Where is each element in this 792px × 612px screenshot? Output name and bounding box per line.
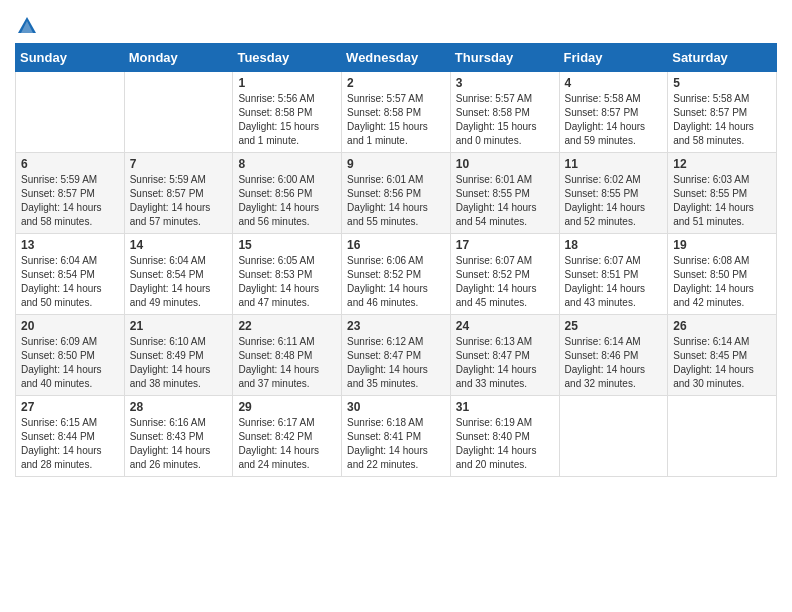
day-info: Sunrise: 5:59 AMSunset: 8:57 PMDaylight:… [21,173,119,229]
calendar-day-cell: 25Sunrise: 6:14 AMSunset: 8:46 PMDayligh… [559,315,668,396]
day-number: 5 [673,76,771,90]
day-number: 3 [456,76,554,90]
day-number: 30 [347,400,445,414]
calendar-day-cell: 5Sunrise: 5:58 AMSunset: 8:57 PMDaylight… [668,72,777,153]
day-info: Sunrise: 6:17 AMSunset: 8:42 PMDaylight:… [238,416,336,472]
day-number: 10 [456,157,554,171]
day-number: 21 [130,319,228,333]
calendar-day-cell: 2Sunrise: 5:57 AMSunset: 8:58 PMDaylight… [342,72,451,153]
calendar-week-row: 13Sunrise: 6:04 AMSunset: 8:54 PMDayligh… [16,234,777,315]
calendar-day-cell: 30Sunrise: 6:18 AMSunset: 8:41 PMDayligh… [342,396,451,477]
day-info: Sunrise: 6:16 AMSunset: 8:43 PMDaylight:… [130,416,228,472]
day-number: 31 [456,400,554,414]
day-info: Sunrise: 6:03 AMSunset: 8:55 PMDaylight:… [673,173,771,229]
day-info: Sunrise: 6:11 AMSunset: 8:48 PMDaylight:… [238,335,336,391]
calendar-week-row: 6Sunrise: 5:59 AMSunset: 8:57 PMDaylight… [16,153,777,234]
calendar-day-cell: 3Sunrise: 5:57 AMSunset: 8:58 PMDaylight… [450,72,559,153]
calendar-day-cell: 6Sunrise: 5:59 AMSunset: 8:57 PMDaylight… [16,153,125,234]
day-info: Sunrise: 5:57 AMSunset: 8:58 PMDaylight:… [347,92,445,148]
calendar-day-cell: 17Sunrise: 6:07 AMSunset: 8:52 PMDayligh… [450,234,559,315]
calendar-day-cell: 26Sunrise: 6:14 AMSunset: 8:45 PMDayligh… [668,315,777,396]
calendar-day-cell [124,72,233,153]
day-info: Sunrise: 5:56 AMSunset: 8:58 PMDaylight:… [238,92,336,148]
calendar-day-cell: 11Sunrise: 6:02 AMSunset: 8:55 PMDayligh… [559,153,668,234]
page-header [15,15,777,33]
calendar-table: SundayMondayTuesdayWednesdayThursdayFrid… [15,43,777,477]
day-info: Sunrise: 6:07 AMSunset: 8:51 PMDaylight:… [565,254,663,310]
day-number: 22 [238,319,336,333]
day-number: 19 [673,238,771,252]
calendar-day-cell: 7Sunrise: 5:59 AMSunset: 8:57 PMDaylight… [124,153,233,234]
calendar-week-row: 1Sunrise: 5:56 AMSunset: 8:58 PMDaylight… [16,72,777,153]
day-number: 2 [347,76,445,90]
day-info: Sunrise: 6:09 AMSunset: 8:50 PMDaylight:… [21,335,119,391]
calendar-day-cell: 14Sunrise: 6:04 AMSunset: 8:54 PMDayligh… [124,234,233,315]
calendar-day-cell: 9Sunrise: 6:01 AMSunset: 8:56 PMDaylight… [342,153,451,234]
day-number: 16 [347,238,445,252]
day-info: Sunrise: 6:12 AMSunset: 8:47 PMDaylight:… [347,335,445,391]
calendar-week-row: 20Sunrise: 6:09 AMSunset: 8:50 PMDayligh… [16,315,777,396]
day-number: 27 [21,400,119,414]
logo [15,15,39,33]
day-info: Sunrise: 6:14 AMSunset: 8:45 PMDaylight:… [673,335,771,391]
day-number: 25 [565,319,663,333]
day-info: Sunrise: 6:01 AMSunset: 8:55 PMDaylight:… [456,173,554,229]
calendar-day-cell: 19Sunrise: 6:08 AMSunset: 8:50 PMDayligh… [668,234,777,315]
day-number: 15 [238,238,336,252]
calendar-day-cell [668,396,777,477]
day-info: Sunrise: 6:14 AMSunset: 8:46 PMDaylight:… [565,335,663,391]
day-info: Sunrise: 5:59 AMSunset: 8:57 PMDaylight:… [130,173,228,229]
day-number: 26 [673,319,771,333]
calendar-day-cell: 23Sunrise: 6:12 AMSunset: 8:47 PMDayligh… [342,315,451,396]
calendar-day-cell: 21Sunrise: 6:10 AMSunset: 8:49 PMDayligh… [124,315,233,396]
day-number: 8 [238,157,336,171]
calendar-day-cell: 13Sunrise: 6:04 AMSunset: 8:54 PMDayligh… [16,234,125,315]
day-number: 4 [565,76,663,90]
day-number: 23 [347,319,445,333]
calendar-day-cell: 29Sunrise: 6:17 AMSunset: 8:42 PMDayligh… [233,396,342,477]
day-number: 20 [21,319,119,333]
day-number: 12 [673,157,771,171]
weekday-header-cell: Wednesday [342,44,451,72]
day-info: Sunrise: 6:10 AMSunset: 8:49 PMDaylight:… [130,335,228,391]
calendar-day-cell: 20Sunrise: 6:09 AMSunset: 8:50 PMDayligh… [16,315,125,396]
day-number: 13 [21,238,119,252]
day-info: Sunrise: 6:06 AMSunset: 8:52 PMDaylight:… [347,254,445,310]
day-info: Sunrise: 5:57 AMSunset: 8:58 PMDaylight:… [456,92,554,148]
day-info: Sunrise: 6:15 AMSunset: 8:44 PMDaylight:… [21,416,119,472]
day-number: 9 [347,157,445,171]
day-number: 17 [456,238,554,252]
day-number: 11 [565,157,663,171]
day-info: Sunrise: 6:07 AMSunset: 8:52 PMDaylight:… [456,254,554,310]
day-number: 28 [130,400,228,414]
day-number: 24 [456,319,554,333]
day-number: 29 [238,400,336,414]
day-info: Sunrise: 6:08 AMSunset: 8:50 PMDaylight:… [673,254,771,310]
day-info: Sunrise: 6:01 AMSunset: 8:56 PMDaylight:… [347,173,445,229]
calendar-day-cell: 16Sunrise: 6:06 AMSunset: 8:52 PMDayligh… [342,234,451,315]
calendar-body: 1Sunrise: 5:56 AMSunset: 8:58 PMDaylight… [16,72,777,477]
day-number: 1 [238,76,336,90]
calendar-day-cell: 31Sunrise: 6:19 AMSunset: 8:40 PMDayligh… [450,396,559,477]
calendar-day-cell: 27Sunrise: 6:15 AMSunset: 8:44 PMDayligh… [16,396,125,477]
calendar-day-cell: 15Sunrise: 6:05 AMSunset: 8:53 PMDayligh… [233,234,342,315]
weekday-header-cell: Thursday [450,44,559,72]
logo-icon [16,15,38,37]
calendar-day-cell: 8Sunrise: 6:00 AMSunset: 8:56 PMDaylight… [233,153,342,234]
day-info: Sunrise: 6:04 AMSunset: 8:54 PMDaylight:… [130,254,228,310]
calendar-day-cell [16,72,125,153]
calendar-day-cell: 18Sunrise: 6:07 AMSunset: 8:51 PMDayligh… [559,234,668,315]
weekday-header-row: SundayMondayTuesdayWednesdayThursdayFrid… [16,44,777,72]
calendar-day-cell: 10Sunrise: 6:01 AMSunset: 8:55 PMDayligh… [450,153,559,234]
calendar-day-cell: 1Sunrise: 5:56 AMSunset: 8:58 PMDaylight… [233,72,342,153]
weekday-header-cell: Sunday [16,44,125,72]
weekday-header-cell: Tuesday [233,44,342,72]
day-info: Sunrise: 6:00 AMSunset: 8:56 PMDaylight:… [238,173,336,229]
calendar-day-cell [559,396,668,477]
weekday-header-cell: Monday [124,44,233,72]
day-info: Sunrise: 6:18 AMSunset: 8:41 PMDaylight:… [347,416,445,472]
day-number: 14 [130,238,228,252]
day-info: Sunrise: 6:19 AMSunset: 8:40 PMDaylight:… [456,416,554,472]
day-number: 7 [130,157,228,171]
day-info: Sunrise: 5:58 AMSunset: 8:57 PMDaylight:… [673,92,771,148]
